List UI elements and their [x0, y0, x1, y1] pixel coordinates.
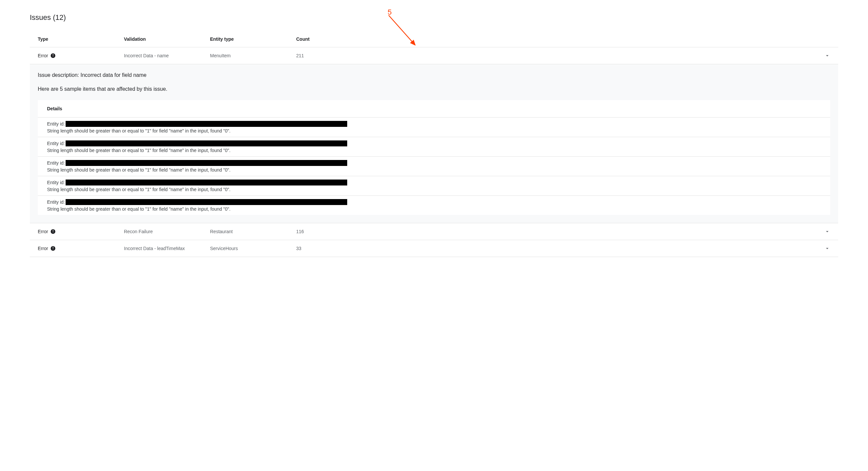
- detail-message: String length should be greater than or …: [47, 206, 821, 212]
- title-count: 12: [55, 13, 63, 22]
- error-icon: !: [51, 53, 55, 58]
- chevron-down-icon[interactable]: [824, 245, 830, 251]
- expanded-panel: Issue description: Incorrect data for fi…: [30, 64, 838, 223]
- entity-id-label: Entity id:: [47, 160, 65, 166]
- error-icon: !: [51, 229, 55, 234]
- details-row: Entity id: String length should be great…: [38, 196, 830, 215]
- title-prefix: Issues: [30, 13, 51, 22]
- detail-message: String length should be greater than or …: [47, 187, 821, 192]
- type-label: Error: [38, 229, 48, 234]
- header-type: Type: [38, 36, 124, 42]
- entity-id-label: Entity id:: [47, 141, 65, 146]
- issues-container: Issues (12) Type Validation Entity type …: [0, 0, 868, 257]
- page-title: Issues (12): [30, 13, 838, 22]
- entity-type-cell: Restaurant: [210, 229, 296, 234]
- validation-cell: Incorrect Data - leadTimeMax: [124, 246, 210, 251]
- header-validation: Validation: [124, 36, 210, 42]
- table-header: Type Validation Entity type Count: [30, 31, 838, 48]
- details-row: Entity id: String length should be great…: [38, 176, 830, 196]
- table-row[interactable]: Error ! Incorrect Data - leadTimeMax Ser…: [30, 240, 838, 257]
- redacted-entity-id: [66, 199, 347, 205]
- details-row: Entity id: String length should be great…: [38, 118, 830, 137]
- chevron-down-icon[interactable]: [824, 53, 830, 59]
- count-cell: 116: [296, 229, 817, 234]
- entity-id-label: Entity id:: [47, 199, 65, 205]
- detail-message: String length should be greater than or …: [47, 167, 821, 172]
- details-row: Entity id: String length should be great…: [38, 137, 830, 157]
- validation-cell: Recon Failure: [124, 229, 210, 234]
- entity-type-cell: ServiceHours: [210, 246, 296, 251]
- type-label: Error: [38, 246, 48, 251]
- error-icon: !: [51, 246, 55, 251]
- issue-description: Issue description: Incorrect data for fi…: [38, 72, 830, 78]
- header-entity-type: Entity type: [210, 36, 296, 42]
- table-row[interactable]: Error ! Recon Failure Restaurant 116: [30, 223, 838, 240]
- type-label: Error: [38, 53, 48, 58]
- detail-message: String length should be greater than or …: [47, 128, 821, 133]
- entity-type-cell: MenuItem: [210, 53, 296, 58]
- table-row[interactable]: Error ! Incorrect Data - name MenuItem 2…: [30, 48, 838, 64]
- detail-message: String length should be greater than or …: [47, 148, 821, 153]
- redacted-entity-id: [66, 121, 347, 127]
- redacted-entity-id: [66, 140, 347, 147]
- validation-cell: Incorrect Data - name: [124, 53, 210, 58]
- entity-id-label: Entity id:: [47, 121, 65, 127]
- count-cell: 211: [296, 53, 817, 58]
- details-card: Details Entity id: String length should …: [38, 100, 830, 215]
- samples-intro: Here are 5 sample items that are affecte…: [38, 86, 830, 92]
- redacted-entity-id: [66, 160, 347, 166]
- details-heading: Details: [38, 100, 830, 118]
- header-count: Count: [296, 36, 817, 42]
- chevron-down-icon[interactable]: [824, 228, 830, 234]
- details-row: Entity id: String length should be great…: [38, 157, 830, 176]
- count-cell: 33: [296, 246, 817, 251]
- redacted-entity-id: [66, 180, 347, 186]
- entity-id-label: Entity id:: [47, 180, 65, 185]
